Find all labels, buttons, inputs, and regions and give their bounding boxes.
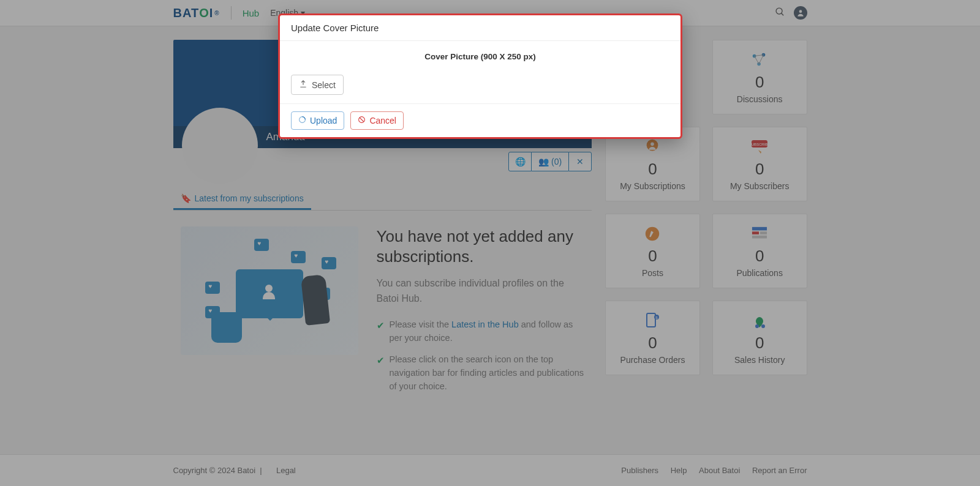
cover-size-hint: Cover Picture (900 X 250 px) — [291, 52, 669, 61]
modal-title: Update Cover Picture — [280, 15, 680, 41]
upload-icon — [299, 80, 307, 90]
select-file-button[interactable]: Select — [291, 75, 344, 95]
cancel-button[interactable]: Cancel — [350, 111, 404, 130]
svg-line-25 — [360, 118, 364, 122]
loader-icon — [298, 116, 306, 125]
update-cover-modal: Update Cover Picture Cover Picture (900 … — [278, 13, 682, 139]
cancel-icon — [358, 116, 366, 125]
upload-button[interactable]: Upload — [291, 111, 344, 130]
